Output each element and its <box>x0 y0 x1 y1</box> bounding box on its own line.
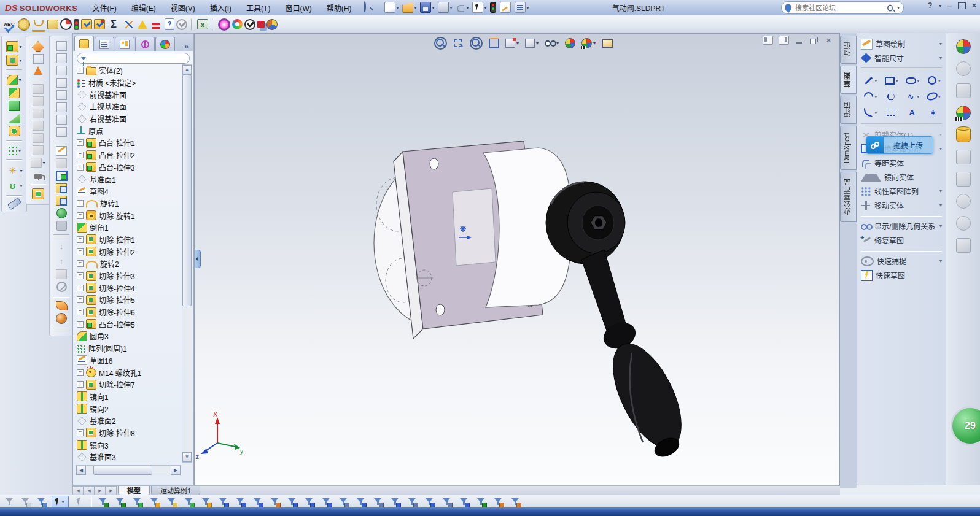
expander-icon[interactable]: + <box>77 381 84 388</box>
dropdown-caret-icon[interactable]: ▾ <box>939 41 942 47</box>
expander-icon[interactable]: + <box>77 429 84 436</box>
selection-filter-button[interactable] <box>252 497 263 507</box>
selection-filter-button[interactable] <box>424 497 435 507</box>
quick-access-button[interactable]: ▾ <box>489 1 497 14</box>
toolbar-button[interactable] <box>56 301 68 310</box>
toolbar-button[interactable]: ▾ <box>6 158 22 162</box>
featuremanager-tab[interactable] <box>74 36 94 51</box>
expander-icon[interactable]: + <box>77 236 84 243</box>
dropdown-caret-icon[interactable]: ▾ <box>536 40 539 46</box>
toolbar-icon[interactable] <box>32 17 45 32</box>
dropdown-caret-icon[interactable]: ▾ <box>917 78 919 83</box>
tree-item[interactable]: + 切除-拉伸1 <box>74 234 182 246</box>
dropdown-caret-icon[interactable]: ▾ <box>939 188 942 194</box>
dropdown-caret-icon[interactable]: ▾ <box>939 132 942 137</box>
document-tab[interactable]: 运动算例1 <box>151 486 200 495</box>
dropdown-caret-icon[interactable]: ▾ <box>939 146 942 152</box>
toolbar-button[interactable]: ▾ <box>9 126 20 136</box>
select-other-button[interactable] <box>74 497 85 507</box>
tab-nav-button[interactable]: ▶ <box>95 486 106 495</box>
quick-access-button[interactable]: ▾ <box>437 1 453 14</box>
sketch-entity-button[interactable]: ▾ <box>881 105 901 120</box>
selection-filter-button[interactable] <box>355 497 366 507</box>
doc-window-button[interactable] <box>795 36 804 44</box>
selection-filter-button[interactable] <box>131 497 142 507</box>
toolbar-button[interactable]: ▾ <box>32 41 44 52</box>
toolbar-button[interactable]: ▾ <box>31 158 45 168</box>
toolbar-button[interactable] <box>56 146 67 156</box>
sketch-entity-button[interactable]: ▾ <box>881 73 901 88</box>
scroll-thumb[interactable] <box>182 75 192 306</box>
dropdown-caret-icon[interactable]: ▾ <box>42 160 45 166</box>
selection-filter-button[interactable] <box>166 497 177 507</box>
drag-upload-overlay[interactable]: 拖拽上传 <box>866 136 933 154</box>
tree-item[interactable]: + 切除-旋转1 <box>74 209 182 221</box>
tree-item[interactable]: + 右视基准面 <box>74 113 182 125</box>
toolbar-icon[interactable] <box>218 18 230 31</box>
graphics-viewport[interactable]: ▾ ▾ ▾ ▾ ▾ <box>194 33 840 487</box>
command-button[interactable]: 修复草图 ▾ <box>860 233 943 247</box>
tree-item[interactable]: + 基准面3 <box>74 451 182 463</box>
tree-item[interactable]: + 镜向1 <box>74 391 182 403</box>
menu-item[interactable]: 窗口(W) <box>279 1 317 15</box>
expander-icon[interactable]: + <box>77 260 84 267</box>
expander-icon[interactable]: + <box>77 67 84 74</box>
selection-filter-button[interactable] <box>149 497 160 507</box>
toolbar-icon[interactable] <box>266 19 278 30</box>
quick-access-button[interactable]: ▾ <box>419 1 435 14</box>
toolbar-button[interactable]: ▾ <box>30 182 46 186</box>
tree-item[interactable]: + M14 螺纹孔1 <box>74 366 182 379</box>
panel-splitter-handle[interactable] <box>194 250 201 268</box>
command-button[interactable]: 镜向实体 ▾ <box>860 170 943 184</box>
toolbar-button[interactable]: ▾ <box>33 133 44 143</box>
sketch-entity-button[interactable]: ∗ ▾ <box>924 105 944 120</box>
search-options-caret-icon[interactable]: ▾ <box>897 5 900 10</box>
doc-window-button[interactable] <box>763 36 773 45</box>
toolbar-button[interactable] <box>53 295 69 299</box>
sketch-entity-button[interactable]: ▾ <box>902 73 922 88</box>
selection-filter-button[interactable] <box>114 497 125 507</box>
tree-horizontal-scrollbar[interactable]: ◀ ▶ <box>76 465 181 476</box>
command-button[interactable]: 草图绘制 ▾ <box>860 37 943 51</box>
propertymanager-tab[interactable] <box>95 37 114 51</box>
toolbar-icon[interactable] <box>74 19 79 30</box>
toolbar-button[interactable] <box>56 41 67 51</box>
community-search-box[interactable]: ▾ <box>781 1 904 14</box>
dropdown-caret-icon[interactable]: ▾ <box>20 168 22 174</box>
toolbar-button[interactable]: ▾ <box>32 188 44 199</box>
task-pane-icon[interactable] <box>956 172 971 187</box>
toolbar-icon[interactable] <box>94 19 105 29</box>
tree-item[interactable]: + 倒角1 <box>74 221 182 234</box>
sketch-entity-button[interactable]: A ▾ <box>902 105 922 120</box>
toolbar-icon[interactable]: Σ <box>107 18 120 31</box>
selection-filter-button[interactable] <box>372 497 383 507</box>
dimxpertmanager-tab[interactable] <box>135 37 155 51</box>
command-tab[interactable]: 特征 <box>840 36 857 64</box>
view-tool-button[interactable]: ▾ <box>601 37 615 49</box>
expander-icon[interactable]: + <box>77 152 84 158</box>
dropdown-caret-icon[interactable]: ▾ <box>18 77 21 83</box>
toolbar-button[interactable] <box>56 127 67 137</box>
sketch-entity-button[interactable]: ▾ <box>860 73 880 88</box>
command-tab[interactable]: DimXpert <box>840 126 857 170</box>
command-button[interactable]: 线性草图阵列 ▾ <box>860 184 943 198</box>
command-button[interactable]: 智能尺寸 ▾ <box>860 51 943 65</box>
selection-filter-button[interactable] <box>321 497 332 507</box>
tree-item[interactable]: + 上视基准面 <box>74 101 182 113</box>
tree-item[interactable]: + 切除-拉伸4 <box>74 282 182 294</box>
command-button[interactable]: 移动实体 ▾ <box>860 198 943 212</box>
toolbar-icon[interactable] <box>176 19 187 30</box>
toolbar-button[interactable]: ▾ <box>33 121 44 131</box>
tree-item[interactable]: + 凸台-拉伸2 <box>74 149 182 161</box>
selection-filter-button[interactable] <box>303 497 314 507</box>
task-pane-icon[interactable] <box>956 150 971 164</box>
dropdown-caret-icon[interactable]: ▾ <box>556 40 559 46</box>
dropdown-caret-icon[interactable]: ▾ <box>939 258 942 264</box>
task-pane-icon[interactable] <box>956 106 971 120</box>
dropdown-caret-icon[interactable]: ▾ <box>516 40 519 46</box>
dropdown-caret-icon[interactable]: ▾ <box>19 58 21 63</box>
view-tool-button[interactable]: ▾ <box>504 37 520 49</box>
toolbar-button[interactable]: ▾ <box>33 54 44 64</box>
toolbar-button[interactable] <box>56 66 67 75</box>
selection-filter-button[interactable] <box>389 497 400 507</box>
